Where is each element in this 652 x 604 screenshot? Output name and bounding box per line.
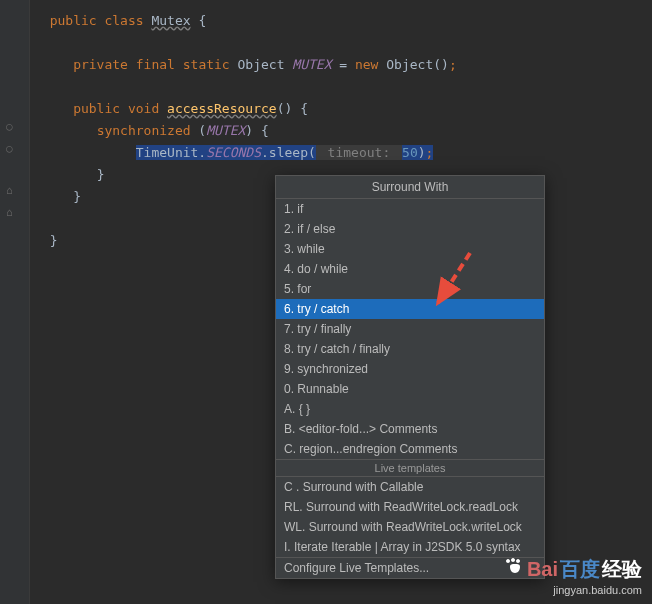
keyword: void [128,101,159,116]
keyword: public [50,13,97,28]
brace: } [97,167,105,182]
keyword: final [136,57,175,72]
override-icon[interactable]: ○ [6,142,24,158]
watermark: Bai百度经验 jingyan.baidu.com [501,555,642,596]
live-templates-container: C . Surround with CallableRL. Surround w… [276,477,544,557]
popup-item[interactable]: 2. if / else [276,219,544,239]
popup-item[interactable]: 5. for [276,279,544,299]
keyword: public [73,101,120,116]
lock-icon[interactable]: ⌂ [6,184,24,200]
brace: { [191,13,207,28]
popup-title: Surround With [276,176,544,199]
type: Object [230,57,293,72]
popup-item[interactable]: C. region...endregion Comments [276,439,544,459]
param-hint: timeout: [316,145,402,160]
method-call: sleep [269,145,308,160]
watermark-url: jingyan.baidu.com [501,584,642,596]
popup-item[interactable]: 8. try / catch / finally [276,339,544,359]
popup-items-container: 1. if2. if / else3. while4. do / while5.… [276,199,544,459]
paw-icon [501,555,525,584]
popup-item[interactable]: 4. do / while [276,259,544,279]
class-ref: TimeUnit. [136,145,206,160]
popup-separator: Live templates [276,459,544,477]
selected-text: TimeUnit.SECONDS.sleep( [136,145,316,160]
keyword: class [104,13,143,28]
eq: = [331,57,354,72]
class-name: Mutex [151,13,190,28]
paren: ( [308,145,316,160]
popup-item[interactable]: 9. synchronized [276,359,544,379]
keyword: private [73,57,128,72]
paren: ) { [245,123,268,138]
dot: . [261,145,269,160]
popup-item[interactable]: 0. Runnable [276,379,544,399]
brand-text: 经验 [602,556,642,583]
gutter: ○ ○ ⌂ ⌂ [0,0,30,604]
popup-item[interactable]: 7. try / finally [276,319,544,339]
surround-with-popup: Surround With 1. if2. if / else3. while4… [275,175,545,579]
brace: } [73,189,81,204]
brand-text: Bai [527,558,558,581]
field: MUTEX [292,57,331,72]
paren: ( [191,123,207,138]
override-icon[interactable]: ○ [6,120,24,136]
const: SECONDS [206,145,261,160]
lock-icon[interactable]: ⌂ [6,206,24,222]
semi: ; [426,145,434,160]
popup-item[interactable]: 1. if [276,199,544,219]
keyword: static [183,57,230,72]
popup-item[interactable]: 6. try / catch [276,299,544,319]
number: 50 [402,145,418,160]
brace: } [50,233,58,248]
popup-item[interactable]: B. <editor-fold...> Comments [276,419,544,439]
popup-item[interactable]: 3. while [276,239,544,259]
obj: Object() [378,57,448,72]
popup-item[interactable]: A. { } [276,399,544,419]
live-template-item[interactable]: RL. Surround with ReadWriteLock.readLock [276,497,544,517]
field-ref: MUTEX [206,123,245,138]
brand-text: 百度 [560,556,600,583]
keyword: synchronized [97,123,191,138]
live-template-item[interactable]: WL. Surround with ReadWriteLock.writeLoc… [276,517,544,537]
paren: ) [418,145,426,160]
live-template-item[interactable]: C . Surround with Callable [276,477,544,497]
parens: () { [277,101,308,116]
live-template-item[interactable]: I. Iterate Iterable | Array in J2SDK 5.0… [276,537,544,557]
keyword: new [355,57,378,72]
method-name: accessResource [167,101,277,116]
semi: ; [449,57,457,72]
